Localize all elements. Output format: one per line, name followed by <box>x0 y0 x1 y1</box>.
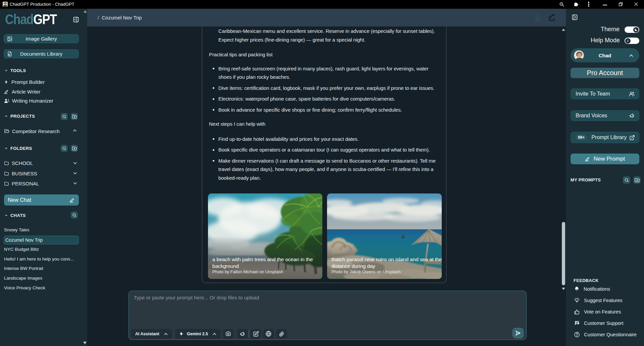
svg-text:PDF: PDF <box>536 19 540 21</box>
